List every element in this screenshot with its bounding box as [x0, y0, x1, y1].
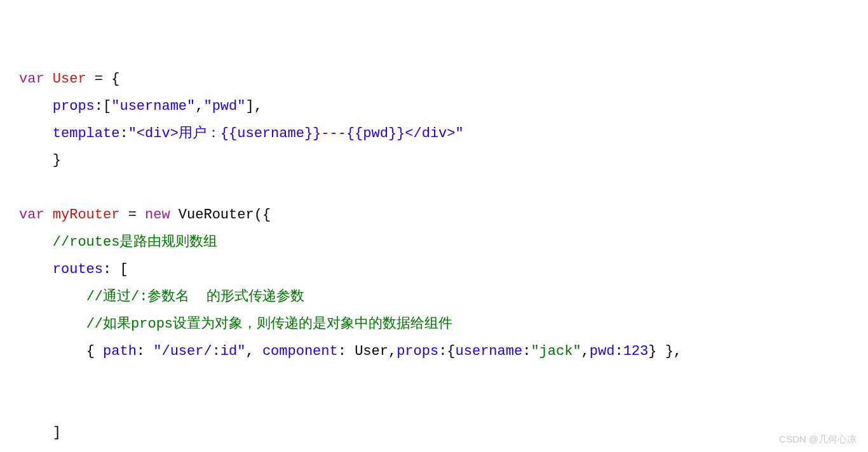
punct: :: [614, 343, 623, 359]
punct: : [: [103, 262, 128, 277]
prop-props: props: [53, 98, 95, 114]
string: "username": [111, 98, 195, 114]
indent: [19, 152, 53, 168]
punct: }: [53, 152, 61, 168]
fn-vuerouter: VueRouter({: [170, 207, 271, 223]
punct: ,: [388, 343, 397, 359]
code-block: var User = { props:["username","pwd"], t…: [19, 66, 849, 452]
number: 123: [623, 343, 649, 359]
punct: :: [95, 98, 103, 114]
indent: [19, 234, 53, 250]
string-template: "<div>用户：{{username}}---{{pwd}}</div>": [128, 126, 464, 142]
punct: {: [86, 343, 103, 359]
punct: =: [119, 207, 145, 223]
punct: = {: [86, 71, 120, 87]
string: "pwd": [203, 98, 245, 114]
prop-pwd: pwd: [590, 343, 615, 359]
punct: ,: [195, 98, 203, 114]
punct: :: [438, 343, 447, 359]
keyword-var: var: [19, 207, 44, 223]
indent: [19, 289, 86, 305]
prop-username: username: [456, 343, 523, 359]
punct: ]: [53, 425, 61, 441]
punct: :: [522, 343, 531, 359]
string-jack: "jack": [531, 343, 581, 359]
indent: [19, 316, 86, 332]
indent: [19, 343, 86, 359]
prop-component: component: [262, 343, 338, 359]
punct: :: [137, 343, 153, 359]
prop-template: template: [53, 126, 120, 142]
indent: [19, 98, 53, 114]
prop-path: path: [103, 343, 137, 359]
punct: {: [447, 343, 455, 359]
punct: ],: [245, 98, 262, 114]
keyword-var: var: [19, 71, 44, 87]
keyword-new: new: [145, 207, 170, 223]
string-path: "/user/:id": [153, 343, 245, 359]
punct: :: [338, 343, 355, 359]
comment: //通过/:参数名 的形式传递参数: [86, 289, 304, 305]
punct: ,: [245, 343, 262, 359]
watermark: CSDN @几何心凉: [779, 430, 857, 448]
prop-props: props: [397, 343, 438, 359]
comment: //如果props设置为对象，则传递的是对象中的数据给组件: [86, 316, 452, 332]
indent: [19, 262, 53, 277]
prop-routes: routes: [53, 262, 103, 277]
punct: } },: [648, 343, 682, 359]
punct: [: [103, 98, 111, 114]
indent: [19, 425, 53, 441]
identifier-myrouter: myRouter: [53, 207, 120, 223]
punct: :: [119, 126, 128, 142]
identifier-user-ref: User: [355, 343, 388, 359]
identifier-user: User: [53, 71, 86, 87]
indent: [19, 126, 53, 142]
punct: ,: [581, 343, 590, 359]
comment: //routes是路由规则数组: [53, 234, 218, 250]
